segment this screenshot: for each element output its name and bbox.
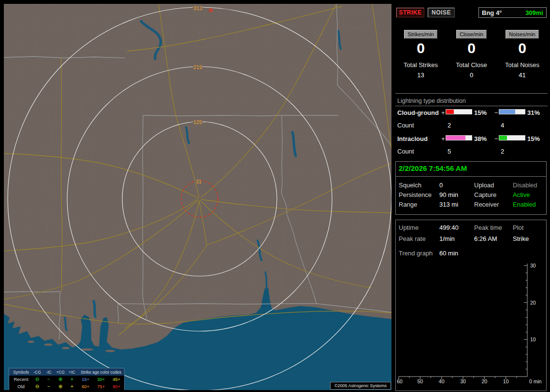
peak-time-label: Peak time: [474, 224, 502, 231]
ic-plus-count: 5: [448, 148, 451, 155]
capture-status: Active: [513, 191, 530, 198]
stats-row: Uptime 499:40 Peak time Plot: [396, 224, 546, 232]
total-strikes-label: Total Strikes: [395, 61, 446, 69]
ic-plus-sign: +: [441, 135, 445, 142]
trend-graph-value: 60 min: [439, 250, 458, 257]
ic-minus-count: 2: [501, 148, 504, 155]
bearing-range-display: Bng 4° 309mi: [478, 7, 547, 18]
neg-cg-recent-icon: ⊖: [31, 376, 43, 383]
ic-plus-pct: 38%: [474, 135, 487, 142]
age-15: 15+: [78, 376, 93, 383]
ic-minus-pct: 15%: [527, 135, 540, 142]
noises-per-min-button[interactable]: Noises/min: [506, 30, 538, 39]
ring-label-219: 219: [193, 64, 202, 70]
copyright-text: ©2005 Astrogenic Systems: [334, 383, 387, 388]
cg-minus-sign: −: [494, 109, 498, 116]
age-90: 90+: [109, 383, 124, 390]
noises-counter: Noises/min 0 Total Noises 41: [497, 30, 548, 79]
age-60: 60+: [78, 383, 93, 390]
cg-plus-pct: 15%: [474, 109, 487, 116]
peak-rate-label: Peak rate: [399, 235, 426, 242]
distribution-row-intracloud: Intracloud + 38% − 15%: [395, 135, 548, 143]
distribution-title: Lightning type distribution: [397, 98, 466, 104]
bearing-value: Bng 4°: [482, 9, 502, 16]
status-panel: 2/2/2026 7:54:56 AM Squelch 0 Upload Dis…: [395, 161, 547, 215]
side-panel: STRIKE NOISE Bng 4° 309mi Strikes/min 0 …: [395, 4, 548, 391]
strikes-per-min-value: 0: [395, 41, 446, 56]
datetime: 2/2/2026 7:54:56 AM: [399, 164, 467, 172]
strike-button[interactable]: STRIKE: [396, 8, 424, 17]
squelch-label: Squelch: [399, 182, 421, 189]
graph-axes: [399, 264, 527, 379]
age-30: 30+: [93, 376, 109, 383]
y-tick-20: 20: [530, 300, 536, 306]
range-label: Range: [399, 201, 417, 208]
x-tick-30: 30: [460, 378, 466, 384]
status-row: Persistence 90 min Capture Active: [396, 191, 546, 199]
status-row: Squelch 0 Upload Disabled: [396, 182, 546, 189]
ring-label-313: 313: [193, 5, 202, 11]
neg-cg-old-icon: ⊖: [31, 383, 43, 390]
upload-label: Upload: [474, 182, 494, 189]
plot-value: Strike: [513, 235, 529, 242]
noise-button[interactable]: NOISE: [428, 8, 455, 17]
status-row: Range 313 mi Receiver Enabled: [396, 201, 546, 209]
count-label: Count: [397, 148, 414, 155]
trend-graph-row: Trend graph 60 min: [396, 250, 546, 257]
lightning-map[interactable]: 313 219 125 31 ⊕ Symbols -CG -IC +CG +IC…: [4, 4, 391, 390]
cg-plus-sign: +: [441, 109, 445, 116]
neg-ic-recent-icon: −: [43, 376, 55, 383]
capture-label: Capture: [474, 191, 496, 198]
noises-per-min-value: 0: [497, 41, 548, 56]
x-tick-50: 50: [417, 378, 423, 384]
cg-minus-bar: [499, 109, 525, 114]
upload-status: Disabled: [513, 182, 537, 189]
strikes-per-min-button[interactable]: Strikes/min: [404, 30, 437, 39]
x-tick-40: 40: [439, 378, 445, 384]
ring-label-31: 31: [196, 179, 202, 184]
legend-col-pos-ic: +IC: [66, 368, 78, 376]
persistence-value: 90 min: [439, 191, 458, 198]
legend-col-neg-cg: -CG: [31, 368, 43, 376]
peak-time-value: 6:26 AM: [474, 235, 497, 242]
count-row-cloud-ground: Count 2 4: [395, 122, 548, 129]
map-legend: Symbols -CG -IC +CG +IC Strike age color…: [9, 368, 125, 390]
close-counter: Close/min 0 Total Close 0: [446, 30, 497, 79]
graph-tick-labels: 30 20 10 0 min 60 50 40 30 20 10: [397, 263, 542, 384]
rate-counters: Strikes/min 0 Total Strikes 13 Close/min…: [395, 30, 548, 79]
receiver-status: Enabled: [513, 201, 536, 208]
nexstorm-window: 313 219 125 31 ⊕ Symbols -CG -IC +CG +IC…: [0, 0, 550, 392]
legend-age-header: Strike age color codes: [78, 368, 124, 376]
divider: [395, 93, 548, 94]
legend-symbols-header: Symbols: [9, 368, 31, 376]
y-tick-10: 10: [530, 336, 536, 342]
intracloud-label: Intracloud: [397, 135, 428, 142]
bearing-range-value: 309mi: [525, 9, 543, 16]
total-close-value: 0: [446, 71, 497, 79]
pos-ic-old-icon: +: [66, 383, 78, 390]
count-label: Count: [397, 122, 414, 129]
cloud-ground-label: Cloud-ground: [397, 109, 439, 116]
uptime-label: Uptime: [399, 224, 419, 231]
x-tick-10: 10: [503, 378, 509, 384]
close-per-min-button[interactable]: Close/min: [456, 30, 487, 39]
legend-col-neg-ic: -IC: [43, 368, 55, 376]
receiver-label: Receiver: [474, 201, 499, 208]
legend-recent-label: Recent: [9, 376, 31, 383]
copyright-badge: ©2005 Astrogenic Systems: [330, 382, 391, 390]
pos-cg-old-icon: ⊕: [55, 383, 66, 390]
map-canvas[interactable]: 313 219 125 31 ⊕: [4, 4, 391, 390]
divider: [395, 106, 548, 106]
pos-cg-recent-icon: ⊕: [55, 376, 66, 383]
cg-plus-bar: [446, 109, 472, 114]
total-close-label: Total Close: [446, 61, 497, 69]
trend-graph: 30 20 10 0 min 60 50 40 30 20 10: [397, 262, 546, 389]
cg-minus-count: 4: [501, 122, 504, 129]
stats-panel: Uptime 499:40 Peak time Plot Peak rate 1…: [395, 220, 547, 391]
ring-label-125: 125: [193, 119, 202, 125]
total-noises-label: Total Noises: [497, 61, 548, 69]
cg-plus-count: 2: [448, 122, 451, 129]
cg-minus-pct: 31%: [527, 109, 540, 116]
total-strikes-value: 13: [395, 71, 446, 79]
peak-rate-value: 1/min: [439, 235, 455, 242]
